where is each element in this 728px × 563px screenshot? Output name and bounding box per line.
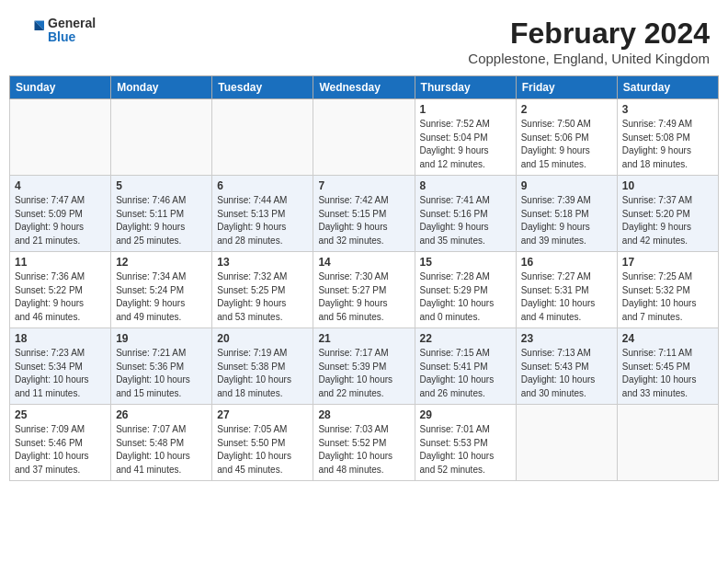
calendar-body: 1Sunrise: 7:52 AMSunset: 5:04 PMDaylight… <box>10 99 719 481</box>
calendar-cell <box>313 99 415 176</box>
day-number: 21 <box>318 332 409 345</box>
calendar-week-5: 25Sunrise: 7:09 AMSunset: 5:46 PMDayligh… <box>10 405 719 481</box>
day-info: Sunrise: 7:46 AMSunset: 5:11 PMDaylight:… <box>116 194 207 247</box>
day-number: 3 <box>622 103 713 116</box>
month-year-title: February 2024 <box>468 17 710 51</box>
day-number: 8 <box>420 179 511 192</box>
day-info: Sunrise: 7:44 AMSunset: 5:13 PMDaylight:… <box>217 194 308 247</box>
calendar-cell: 28Sunrise: 7:03 AMSunset: 5:52 PMDayligh… <box>313 405 415 481</box>
day-number: 11 <box>15 256 106 269</box>
calendar-cell: 3Sunrise: 7:49 AMSunset: 5:08 PMDaylight… <box>617 99 718 176</box>
calendar-cell: 20Sunrise: 7:19 AMSunset: 5:38 PMDayligh… <box>212 328 313 405</box>
day-info: Sunrise: 7:27 AMSunset: 5:31 PMDaylight:… <box>521 270 612 324</box>
day-info: Sunrise: 7:11 AMSunset: 5:45 PMDaylight:… <box>622 347 713 400</box>
day-header-wednesday: Wednesday <box>313 76 415 99</box>
days-of-week-row: SundayMondayTuesdayWednesdayThursdayFrid… <box>10 76 719 99</box>
calendar-cell: 29Sunrise: 7:01 AMSunset: 5:53 PMDayligh… <box>415 405 516 481</box>
calendar-cell: 16Sunrise: 7:27 AMSunset: 5:31 PMDayligh… <box>516 252 617 328</box>
day-info: Sunrise: 7:34 AMSunset: 5:24 PMDaylight:… <box>116 270 207 324</box>
day-info: Sunrise: 7:19 AMSunset: 5:38 PMDaylight:… <box>217 347 308 400</box>
logo-blue-text: Blue <box>48 30 96 44</box>
day-info: Sunrise: 7:23 AMSunset: 5:34 PMDaylight:… <box>15 347 106 400</box>
day-number: 13 <box>217 256 308 269</box>
day-number: 18 <box>15 332 106 345</box>
day-header-monday: Monday <box>111 76 212 99</box>
calendar-cell: 1Sunrise: 7:52 AMSunset: 5:04 PMDaylight… <box>415 99 516 176</box>
calendar-cell: 4Sunrise: 7:47 AMSunset: 5:09 PMDaylight… <box>10 176 111 252</box>
day-header-sunday: Sunday <box>10 76 111 99</box>
calendar-cell: 26Sunrise: 7:07 AMSunset: 5:48 PMDayligh… <box>111 405 212 481</box>
day-info: Sunrise: 7:41 AMSunset: 5:16 PMDaylight:… <box>420 194 511 247</box>
day-info: Sunrise: 7:01 AMSunset: 5:53 PMDaylight:… <box>420 423 511 477</box>
day-info: Sunrise: 7:50 AMSunset: 5:06 PMDaylight:… <box>521 118 612 171</box>
day-number: 27 <box>217 408 308 421</box>
day-info: Sunrise: 7:30 AMSunset: 5:27 PMDaylight:… <box>318 270 409 324</box>
day-number: 10 <box>622 179 713 192</box>
day-number: 29 <box>420 408 511 421</box>
calendar-cell: 12Sunrise: 7:34 AMSunset: 5:24 PMDayligh… <box>111 252 212 328</box>
day-info: Sunrise: 7:15 AMSunset: 5:41 PMDaylight:… <box>420 347 511 400</box>
calendar-cell: 15Sunrise: 7:28 AMSunset: 5:29 PMDayligh… <box>415 252 516 328</box>
day-number: 23 <box>521 332 612 345</box>
day-info: Sunrise: 7:03 AMSunset: 5:52 PMDaylight:… <box>318 423 409 477</box>
calendar-cell: 8Sunrise: 7:41 AMSunset: 5:16 PMDaylight… <box>415 176 516 252</box>
logo: General Blue <box>18 17 96 45</box>
calendar-cell: 27Sunrise: 7:05 AMSunset: 5:50 PMDayligh… <box>212 405 313 481</box>
day-info: Sunrise: 7:09 AMSunset: 5:46 PMDaylight:… <box>15 423 106 477</box>
day-info: Sunrise: 7:21 AMSunset: 5:36 PMDaylight:… <box>116 347 207 400</box>
calendar-cell: 21Sunrise: 7:17 AMSunset: 5:39 PMDayligh… <box>313 328 415 405</box>
calendar-cell <box>516 405 617 481</box>
day-header-tuesday: Tuesday <box>212 76 313 99</box>
calendar-table: SundayMondayTuesdayWednesdayThursdayFrid… <box>9 75 719 481</box>
day-info: Sunrise: 7:25 AMSunset: 5:32 PMDaylight:… <box>622 270 713 324</box>
calendar-cell: 7Sunrise: 7:42 AMSunset: 5:15 PMDaylight… <box>313 176 415 252</box>
day-number: 1 <box>420 103 511 116</box>
day-number: 28 <box>318 408 409 421</box>
calendar-cell: 14Sunrise: 7:30 AMSunset: 5:27 PMDayligh… <box>313 252 415 328</box>
calendar-week-1: 1Sunrise: 7:52 AMSunset: 5:04 PMDaylight… <box>10 99 719 176</box>
calendar-cell: 13Sunrise: 7:32 AMSunset: 5:25 PMDayligh… <box>212 252 313 328</box>
calendar-cell: 19Sunrise: 7:21 AMSunset: 5:36 PMDayligh… <box>111 328 212 405</box>
day-info: Sunrise: 7:32 AMSunset: 5:25 PMDaylight:… <box>217 270 308 324</box>
calendar-cell: 9Sunrise: 7:39 AMSunset: 5:18 PMDaylight… <box>516 176 617 252</box>
calendar-cell <box>10 99 111 176</box>
calendar-header: SundayMondayTuesdayWednesdayThursdayFrid… <box>10 76 719 99</box>
day-info: Sunrise: 7:47 AMSunset: 5:09 PMDaylight:… <box>15 194 106 247</box>
calendar-cell: 5Sunrise: 7:46 AMSunset: 5:11 PMDaylight… <box>111 176 212 252</box>
calendar-cell: 25Sunrise: 7:09 AMSunset: 5:46 PMDayligh… <box>10 405 111 481</box>
day-number: 2 <box>521 103 612 116</box>
location-subtitle: Copplestone, England, United Kingdom <box>468 51 710 66</box>
logo-text: General Blue <box>48 17 96 45</box>
day-number: 9 <box>521 179 612 192</box>
calendar-cell: 10Sunrise: 7:37 AMSunset: 5:20 PMDayligh… <box>617 176 718 252</box>
day-header-saturday: Saturday <box>617 76 718 99</box>
calendar-week-4: 18Sunrise: 7:23 AMSunset: 5:34 PMDayligh… <box>10 328 719 405</box>
calendar-cell: 22Sunrise: 7:15 AMSunset: 5:41 PMDayligh… <box>415 328 516 405</box>
day-info: Sunrise: 7:05 AMSunset: 5:50 PMDaylight:… <box>217 423 308 477</box>
logo-general-text: General <box>48 17 96 30</box>
day-number: 12 <box>116 256 207 269</box>
day-info: Sunrise: 7:42 AMSunset: 5:15 PMDaylight:… <box>318 194 409 247</box>
title-area: February 2024 Copplestone, England, Unit… <box>468 17 710 66</box>
calendar-cell <box>111 99 212 176</box>
day-number: 4 <box>15 179 106 192</box>
day-number: 15 <box>420 256 511 269</box>
day-number: 17 <box>622 256 713 269</box>
day-number: 20 <box>217 332 308 345</box>
calendar-week-3: 11Sunrise: 7:36 AMSunset: 5:22 PMDayligh… <box>10 252 719 328</box>
day-info: Sunrise: 7:39 AMSunset: 5:18 PMDaylight:… <box>521 194 612 247</box>
calendar-cell: 23Sunrise: 7:13 AMSunset: 5:43 PMDayligh… <box>516 328 617 405</box>
logo-icon <box>18 17 44 43</box>
day-info: Sunrise: 7:07 AMSunset: 5:48 PMDaylight:… <box>116 423 207 477</box>
day-info: Sunrise: 7:17 AMSunset: 5:39 PMDaylight:… <box>318 347 409 400</box>
day-header-thursday: Thursday <box>415 76 516 99</box>
day-info: Sunrise: 7:49 AMSunset: 5:08 PMDaylight:… <box>622 118 713 171</box>
calendar-week-2: 4Sunrise: 7:47 AMSunset: 5:09 PMDaylight… <box>10 176 719 252</box>
day-number: 22 <box>420 332 511 345</box>
day-info: Sunrise: 7:37 AMSunset: 5:20 PMDaylight:… <box>622 194 713 247</box>
day-number: 24 <box>622 332 713 345</box>
day-info: Sunrise: 7:36 AMSunset: 5:22 PMDaylight:… <box>15 270 106 324</box>
day-number: 25 <box>15 408 106 421</box>
calendar-cell <box>617 405 718 481</box>
day-info: Sunrise: 7:28 AMSunset: 5:29 PMDaylight:… <box>420 270 511 324</box>
